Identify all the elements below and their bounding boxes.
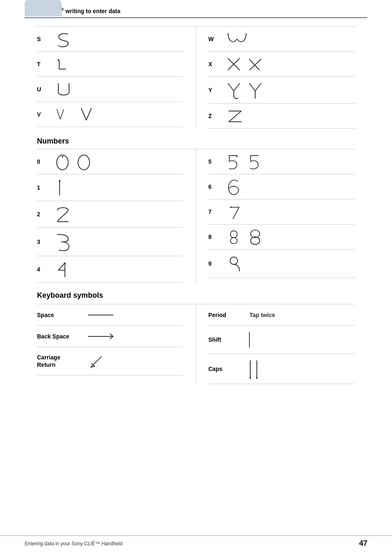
glyph-9 xyxy=(225,252,243,275)
glyph-4 xyxy=(53,259,71,280)
number-row-1: 1 xyxy=(37,174,183,201)
kbd-left-col: Space Back Space xyxy=(37,304,196,384)
glyph-u xyxy=(53,79,74,99)
glyph-5b xyxy=(246,152,264,171)
glyph-v2 xyxy=(77,104,98,124)
glyph-y1 xyxy=(225,79,243,101)
letter-row-s: S xyxy=(37,27,183,52)
header-line: Using Graffiti® writing to enter data xyxy=(25,7,367,18)
glyph-6 xyxy=(225,177,243,197)
letter-row-w: W xyxy=(208,27,355,52)
svg-point-8 xyxy=(251,230,260,237)
number-row-3: 3 xyxy=(37,228,183,256)
footer-text: Entering data in your Sony CLIÉ™ Handhel… xyxy=(25,541,122,547)
kbd-row-shift: Shift xyxy=(208,326,355,354)
svg-point-5 xyxy=(64,263,66,264)
svg-point-3 xyxy=(78,155,90,170)
carriage-symbol xyxy=(86,351,107,371)
header: Using Graffiti® writing to enter data xyxy=(0,0,392,22)
svg-point-14 xyxy=(249,377,251,379)
letter-row-u: U xyxy=(37,77,183,102)
glyph-x2 xyxy=(246,54,264,74)
backspace-symbol xyxy=(86,332,115,341)
numbers-grid: 0 1 xyxy=(37,149,355,283)
right-numbers: 5 6 xyxy=(196,149,355,283)
letter-row-y: Y xyxy=(208,77,355,104)
svg-point-16 xyxy=(256,377,258,379)
kbd-row-period: Period Tap twice xyxy=(208,304,355,326)
footer-page: 47 xyxy=(359,539,367,548)
numbers-header: Numbers xyxy=(37,137,355,146)
number-row-0: 0 xyxy=(37,149,183,174)
svg-point-2 xyxy=(62,156,63,158)
footer: Entering data in your Sony CLIÉ™ Handhel… xyxy=(0,535,392,548)
content: S T xyxy=(0,26,392,384)
glyph-2 xyxy=(53,204,74,225)
letter-row-t: T xyxy=(37,52,183,77)
glyph-v1 xyxy=(53,104,74,124)
letter-row-z: Z xyxy=(208,104,355,129)
glyph-8b xyxy=(246,227,264,247)
left-numbers: 0 1 xyxy=(37,149,196,283)
glyph-0b xyxy=(75,152,93,171)
space-symbol xyxy=(86,311,115,319)
number-row-4: 4 xyxy=(37,256,183,283)
header-tab xyxy=(25,0,62,16)
number-row-7: 7 xyxy=(208,199,355,225)
number-row-2: 2 xyxy=(37,201,183,228)
number-row-8: 8 xyxy=(208,225,355,250)
letter-row-v: V xyxy=(37,102,183,127)
glyph-x1 xyxy=(225,54,243,74)
letter-row-x: X xyxy=(208,52,355,77)
keyboard-header: Keyboard symbols xyxy=(37,291,355,300)
kbd-row-carriage: CarriageReturn xyxy=(37,347,183,375)
right-letters: W X xyxy=(196,27,355,129)
kbd-row-space: Space xyxy=(37,304,183,326)
glyph-t xyxy=(53,54,74,74)
svg-point-6 xyxy=(236,155,238,157)
glyph-7 xyxy=(225,202,243,222)
number-row-6: 6 xyxy=(208,174,355,199)
letters-grid: S T xyxy=(37,26,355,129)
left-letters: S T xyxy=(37,27,196,129)
glyph-8a xyxy=(225,227,243,247)
page-container: Using Graffiti® writing to enter data S xyxy=(0,0,392,556)
number-row-5: 5 xyxy=(208,149,355,174)
caps-symbol xyxy=(245,358,262,380)
glyph-5a xyxy=(225,152,243,171)
glyph-z xyxy=(225,106,245,126)
glyph-w xyxy=(225,29,249,49)
number-row-9: 9 xyxy=(208,250,355,278)
kbd-row-caps: Caps xyxy=(208,354,355,384)
glyph-3 xyxy=(53,230,74,253)
glyph-1 xyxy=(53,177,66,198)
keyboard-table: Space Back Space xyxy=(37,304,355,384)
shift-symbol xyxy=(245,330,254,350)
glyph-0a xyxy=(53,152,71,171)
glyph-s xyxy=(53,29,74,49)
svg-point-4 xyxy=(59,180,60,182)
glyph-y2 xyxy=(246,79,264,101)
kbd-row-backspace: Back Space xyxy=(37,326,183,347)
kbd-right-col: Period Tap twice Shift Caps xyxy=(196,304,355,384)
